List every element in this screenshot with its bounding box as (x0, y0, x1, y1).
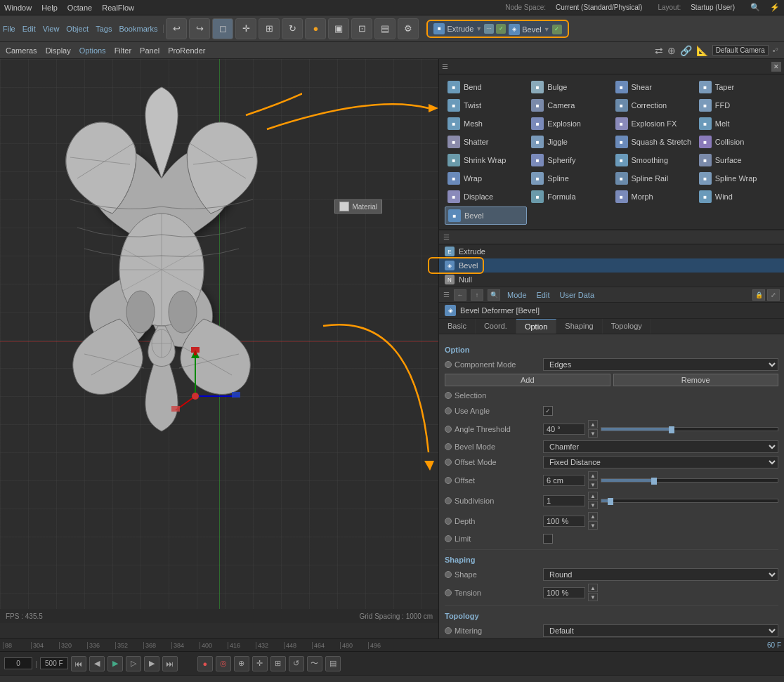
tab-coord.[interactable]: Coord. (476, 319, 516, 334)
subdivision-down-btn[interactable]: ▼ (588, 501, 598, 509)
tab-topology[interactable]: Topology (603, 319, 651, 334)
shape-dot[interactable] (445, 571, 452, 578)
deformer-item-spherify[interactable]: ■ Spherify (528, 152, 610, 169)
deformer-item-displace[interactable]: ■ Displace (445, 188, 527, 205)
undo-btn[interactable]: ↩ (166, 18, 187, 39)
move-keyframe-btn[interactable]: ✛ (252, 656, 268, 671)
menu-edit[interactable]: Edit (22, 25, 36, 33)
render-active-view-btn[interactable]: ▤ (374, 18, 396, 39)
offset-up-btn[interactable]: ▲ (588, 471, 598, 480)
go-start-btn[interactable]: ⏮ (71, 656, 86, 671)
shape-dropdown[interactable]: Round Linear User (543, 568, 778, 581)
depth-down-btn[interactable]: ▼ (588, 521, 598, 530)
angle-down-btn[interactable]: ▼ (588, 429, 598, 438)
world-icon[interactable]: ⊕ (667, 45, 676, 56)
subdivision-slider[interactable] (601, 499, 778, 503)
menu-bookmarks[interactable]: Bookmarks (119, 25, 157, 33)
timeline-btn[interactable]: ▤ (325, 656, 341, 671)
tab-shaping[interactable]: Shaping (556, 319, 602, 334)
deformer-item-bend[interactable]: ■ Bend (445, 79, 527, 96)
remove-button[interactable]: Remove (613, 374, 779, 386)
viewport-canvas[interactable]: Material FPS : 435.5 Grid Spacing : 1000… (0, 59, 438, 623)
tension-dot[interactable] (445, 589, 452, 596)
current-frame-input[interactable] (40, 657, 68, 669)
offset-down-btn[interactable]: ▼ (588, 480, 598, 489)
props-up-btn[interactable]: ↑ (471, 289, 483, 301)
limit-dot[interactable] (445, 535, 452, 542)
guide-icon[interactable]: 📐 (696, 45, 708, 56)
keyframe-btn[interactable]: ⊕ (234, 656, 249, 671)
component-mode-dropdown[interactable]: Edges Points Polygons (543, 358, 778, 371)
material-tag[interactable]: Material (334, 199, 382, 214)
record-auto-btn[interactable]: ◎ (216, 656, 231, 671)
deformer-item-explosion[interactable]: ■ Explosion (528, 115, 610, 132)
deformer-item-bevel[interactable]: ■ Bevel (445, 206, 527, 225)
search-icon[interactable]: 🔍 (750, 3, 760, 12)
deformer-item-jiggle[interactable]: ■ Jiggle (528, 133, 610, 150)
prorender-menu[interactable]: ProRender (168, 46, 205, 55)
layout-value[interactable]: Startup (User) (691, 4, 735, 11)
deformer-item-correction[interactable]: ■ Correction (613, 97, 695, 114)
deformer-item-surface[interactable]: ■ Surface (696, 152, 778, 169)
depth-up-btn[interactable]: ▲ (588, 512, 598, 520)
deformer-item-shrink-wrap[interactable]: ■ Shrink Wrap (445, 152, 527, 169)
subdivision-dot[interactable] (445, 497, 452, 504)
deformer-item-twist[interactable]: ■ Twist (445, 97, 527, 114)
live-select-btn[interactable]: ◻ (212, 18, 233, 39)
deformer-item-ffd[interactable]: ■ FFD (696, 97, 778, 114)
deformer-item-spline-wrap[interactable]: ■ Spline Wrap (696, 170, 778, 187)
offset-dot[interactable] (445, 477, 452, 484)
menu-object[interactable]: Object (66, 25, 89, 33)
props-lock-btn[interactable]: 🔒 (752, 289, 765, 301)
tension-up-btn[interactable]: ▲ (588, 584, 598, 592)
viewport[interactable]: Material FPS : 435.5 Grid Spacing : 1000… (0, 59, 439, 638)
bevel-mode-dot[interactable] (445, 443, 452, 450)
bevel-object-row[interactable]: ◈ Bevel (439, 258, 784, 273)
mode-menu[interactable]: Mode (507, 291, 527, 299)
deformer-item-spline-rail[interactable]: ■ Spline Rail (613, 170, 695, 187)
props-search-btn[interactable]: 🔍 (488, 289, 500, 301)
render-region-btn[interactable]: ⊡ (351, 18, 372, 39)
start-frame-input[interactable] (4, 657, 32, 669)
menu-file[interactable]: File (3, 25, 15, 33)
rotate-btn[interactable]: ↻ (282, 18, 303, 39)
tension-down-btn[interactable]: ▼ (588, 593, 598, 601)
deformer-item-melt[interactable]: ■ Melt (696, 115, 778, 132)
deformer-item-mesh[interactable]: ■ Mesh (445, 115, 527, 132)
play-fwd-btn[interactable]: ▷ (126, 656, 141, 671)
component-mode-dot[interactable] (445, 361, 452, 368)
menu-octane[interactable]: Octane (67, 4, 92, 12)
use-angle-checkbox[interactable] (543, 406, 553, 416)
menu-view[interactable]: View (43, 25, 60, 33)
edit-menu[interactable]: Edit (537, 291, 550, 299)
deformer-item-smoothing[interactable]: ■ Smoothing (613, 152, 695, 169)
edit-render-settings-btn[interactable]: ⚙ (398, 18, 419, 39)
play-btn[interactable]: ▶ (107, 656, 123, 671)
user-data-menu[interactable]: User Data (560, 291, 595, 299)
snap-icon[interactable]: 🔗 (680, 45, 692, 56)
options-menu[interactable]: Options (79, 46, 106, 55)
prev-frame-btn[interactable]: ◀ (89, 656, 105, 671)
cameras-menu[interactable]: Cameras (6, 46, 37, 55)
deformer-item-formula[interactable]: ■ Formula (528, 188, 610, 205)
scale-keyframe-btn[interactable]: ⊞ (270, 656, 286, 671)
transform-icon[interactable]: ⇄ (655, 45, 663, 56)
deformer-item-squash-and-stretch[interactable]: ■ Squash & Stretch (613, 133, 695, 150)
bevel-toolbar-btn[interactable]: ◈ Bevel ▼ ✓ (509, 24, 561, 35)
props-expand-btn[interactable]: ⤢ (767, 289, 780, 301)
mitering-dropdown[interactable]: Default Miter Patch (543, 624, 778, 637)
mitering-dot[interactable] (445, 627, 452, 634)
node-space-value[interactable]: Current (Standard/Physical) (556, 4, 642, 11)
go-end-btn[interactable]: ⏭ (162, 656, 178, 671)
menu-realflow[interactable]: RealFlow (102, 4, 134, 12)
angle-threshold-dot[interactable] (445, 426, 452, 433)
render-to-picture-btn[interactable]: ▣ (328, 18, 349, 39)
deformer-item-explosion-fx[interactable]: ■ Explosion FX (613, 115, 695, 132)
angle-up-btn[interactable]: ▲ (588, 420, 598, 428)
subdivision-up-btn[interactable]: ▲ (588, 492, 598, 500)
depth-dot[interactable] (445, 518, 452, 525)
offset-mode-dropdown[interactable]: Fixed Distance Proportional (543, 456, 778, 468)
deformer-item-camera[interactable]: ■ Camera (528, 97, 610, 114)
deformer-item-collision[interactable]: ■ Collision (696, 133, 778, 150)
props-back-btn[interactable]: ← (454, 289, 466, 301)
